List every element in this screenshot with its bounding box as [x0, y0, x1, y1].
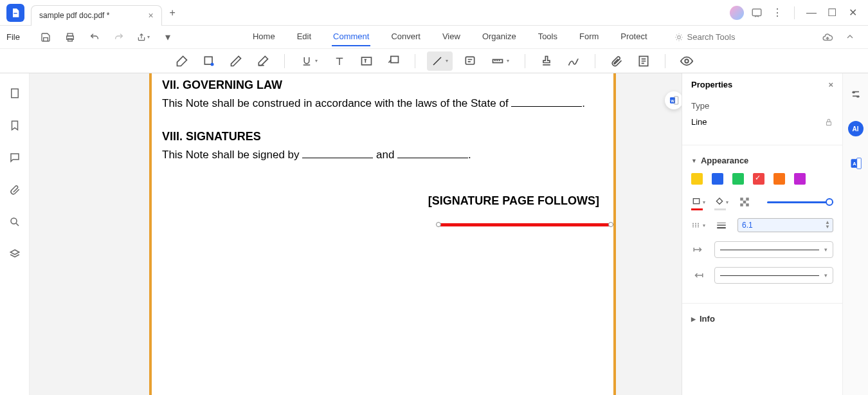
layers-icon[interactable]: [8, 247, 22, 261]
line-start-dropdown[interactable]: ▾: [714, 241, 833, 258]
fill-color-icon[interactable]: ▾: [714, 195, 728, 209]
avatar[interactable]: [730, 6, 744, 20]
tab-edit[interactable]: Edit: [296, 28, 312, 46]
collapse-ribbon-icon[interactable]: [845, 32, 855, 43]
pencil-tool-icon[interactable]: [226, 51, 246, 71]
type-value: Line: [691, 117, 707, 127]
opacity-slider[interactable]: [767, 201, 833, 203]
tab-view[interactable]: View: [441, 28, 462, 46]
more-menu-icon[interactable]: ⋮: [770, 5, 785, 21]
color-swatch[interactable]: [753, 173, 764, 185]
attachments-panel-icon[interactable]: [8, 183, 22, 197]
callout-tool-icon[interactable]: [384, 51, 403, 71]
thumbnails-icon[interactable]: [8, 86, 22, 100]
redo-icon[interactable]: [113, 31, 125, 44]
appearance-section-header[interactable]: ▼Appearance: [691, 156, 833, 165]
left-sidebar: [0, 73, 30, 395]
svg-text:A: A: [853, 161, 856, 167]
comments-panel-icon[interactable]: [8, 151, 22, 165]
comment-list-icon[interactable]: [634, 51, 653, 71]
file-menu[interactable]: File: [6, 32, 20, 42]
document-area[interactable]: VII. GOVERNING LAW This Note shall be co…: [30, 73, 682, 395]
info-section-header[interactable]: ▶Info: [691, 314, 833, 324]
thickness-input[interactable]: ▲▼: [737, 218, 833, 232]
tab-form[interactable]: Form: [578, 28, 600, 46]
share-icon[interactable]: ▾: [137, 31, 150, 44]
type-label: Type: [691, 101, 833, 111]
svg-rect-14: [11, 89, 18, 98]
search-tools[interactable]: [674, 32, 752, 42]
color-swatch[interactable]: [732, 173, 744, 185]
tab-convert[interactable]: Convert: [390, 28, 422, 46]
quick-access-toolbar: ▾ ▾: [39, 31, 174, 44]
text-tool-icon[interactable]: [330, 51, 349, 71]
stamp-tool-icon[interactable]: [537, 51, 556, 71]
search-input[interactable]: [687, 32, 752, 42]
textbox-tool-icon[interactable]: [357, 51, 376, 71]
color-swatch[interactable]: [794, 173, 806, 185]
search-panel-icon[interactable]: [8, 215, 22, 229]
properties-title: Properties: [691, 80, 732, 89]
svg-rect-8: [361, 57, 371, 65]
svg-rect-26: [717, 223, 726, 223]
close-window-button[interactable]: ✕: [845, 5, 860, 21]
svg-text:W: W: [671, 99, 674, 103]
area-highlight-icon[interactable]: [199, 51, 219, 71]
color-swatch[interactable]: [691, 173, 703, 185]
svg-point-5: [677, 35, 680, 39]
settings-rail-icon[interactable]: [848, 86, 863, 102]
feedback-icon[interactable]: [749, 5, 764, 21]
save-icon[interactable]: [39, 31, 52, 44]
cloud-icon[interactable]: [822, 32, 833, 43]
line-annotation[interactable]: [439, 223, 610, 226]
document-tab[interactable]: sample pdf doc.pdf * ×: [31, 5, 162, 26]
heading-governing-law: VII. GOVERNING LAW: [162, 78, 603, 92]
svg-rect-10: [466, 57, 474, 64]
attachment-tool-icon[interactable]: [607, 51, 626, 71]
svg-rect-1: [752, 9, 761, 16]
line-style-icon[interactable]: ▾: [691, 218, 705, 232]
line-handle-left[interactable]: [436, 222, 441, 227]
tab-comment[interactable]: Comment: [332, 28, 370, 46]
signature-tool-icon[interactable]: [564, 51, 583, 71]
maximize-button[interactable]: ☐: [824, 5, 840, 21]
svg-rect-0: [14, 13, 17, 14]
bookmarks-icon[interactable]: [8, 118, 22, 133]
tab-title: sample pdf doc.pdf *: [39, 11, 109, 20]
ai-rail-icon[interactable]: AI: [848, 121, 863, 136]
page: VII. GOVERNING LAW This Note shall be co…: [149, 73, 616, 395]
eraser-tool-icon[interactable]: [253, 51, 273, 71]
tab-protect[interactable]: Protect: [619, 28, 648, 46]
opacity-icon[interactable]: [737, 195, 752, 209]
underline-tool-icon[interactable]: ▾: [296, 51, 322, 71]
customize-qat-icon[interactable]: ▾: [161, 31, 174, 44]
hide-comments-icon[interactable]: [677, 51, 696, 71]
svg-rect-23: [746, 197, 749, 201]
app-icon[interactable]: [6, 4, 24, 22]
print-icon[interactable]: [64, 31, 77, 44]
lock-icon[interactable]: [824, 118, 833, 127]
color-swatch[interactable]: [712, 173, 723, 185]
svg-rect-21: [740, 197, 743, 201]
close-properties-icon[interactable]: ×: [828, 80, 833, 89]
note-tool-icon[interactable]: [460, 51, 480, 71]
stroke-color-icon[interactable]: ▾: [691, 195, 705, 209]
word-rail-icon[interactable]: A: [848, 156, 863, 171]
color-swatch[interactable]: [773, 173, 785, 185]
tab-home[interactable]: Home: [251, 28, 276, 46]
svg-rect-27: [717, 225, 726, 226]
undo-icon[interactable]: [88, 31, 101, 44]
convert-to-word-icon[interactable]: W: [665, 91, 682, 109]
line-handle-right[interactable]: [608, 222, 613, 227]
paragraph-signatures: This Note shall be signed by and .: [162, 146, 603, 163]
tab-organize[interactable]: Organize: [481, 28, 518, 46]
measure-tool-icon[interactable]: ▾: [487, 51, 513, 71]
highlight-tool-icon[interactable]: [172, 51, 192, 71]
tab-tools[interactable]: Tools: [537, 28, 559, 46]
line-tool-icon[interactable]: ▾: [427, 51, 453, 71]
line-end-dropdown[interactable]: ▾: [714, 267, 833, 284]
close-tab-icon[interactable]: ×: [148, 10, 153, 21]
new-tab-button[interactable]: +: [170, 7, 176, 19]
svg-point-7: [210, 62, 213, 66]
minimize-button[interactable]: —: [804, 5, 819, 21]
